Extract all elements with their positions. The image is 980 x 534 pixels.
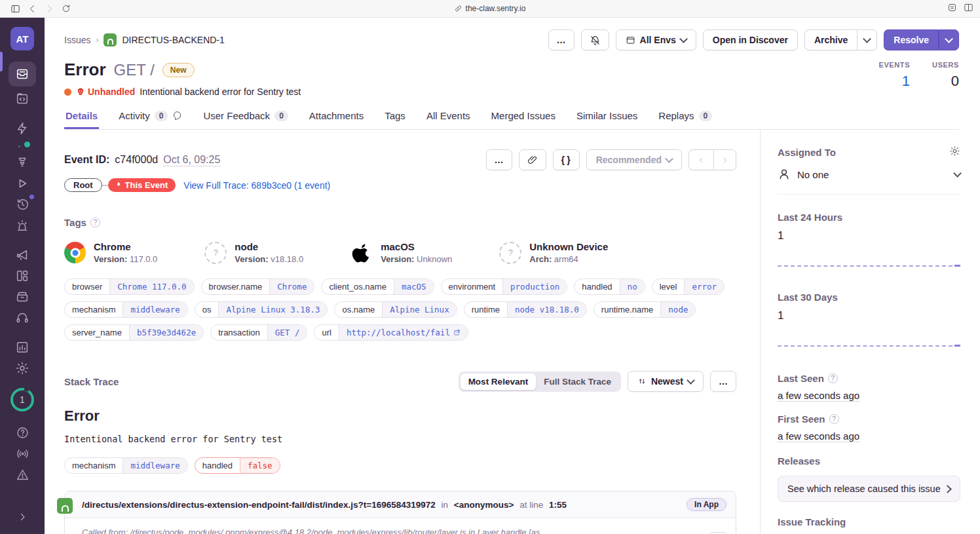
view-full-trace-link[interactable]: View Full Trace: 689b3ce0 (1 event) (183, 180, 330, 191)
expand-frames-button[interactable] (709, 532, 726, 534)
tab-similar-issues[interactable]: Similar Issues (575, 110, 639, 129)
tag-pill[interactable]: client_os.namemacOS (321, 278, 434, 295)
frame-function: <anonymous> (454, 500, 514, 510)
tab-activity[interactable]: Activity 0 (117, 110, 183, 129)
sidebar-item-settings[interactable] (9, 358, 35, 378)
last-30d-sparkline (778, 345, 960, 347)
mute-button[interactable] (581, 29, 609, 50)
browser-forward-icon[interactable] (41, 2, 58, 15)
tag-pill[interactable]: runtimenode v18.18.0 (464, 301, 587, 318)
stack-sort-dropdown[interactable]: Newest (628, 371, 704, 392)
resolve-button-group: Resolve (884, 29, 959, 50)
tag-pill[interactable]: runtime.namenode (594, 301, 696, 318)
assignee-dropdown[interactable]: No one (778, 168, 960, 195)
more-actions-button[interactable]: … (548, 29, 575, 50)
all-envs-dropdown[interactable]: All Envs (616, 29, 696, 50)
last-seen-value[interactable]: a few seconds ago (778, 390, 859, 402)
stack-frame-row[interactable]: /directus/extensions/directus-extension-… (65, 491, 736, 518)
onboarding-progress-ring[interactable]: 1 (10, 388, 34, 411)
event-date[interactable]: Oct 6, 09:25 (163, 154, 220, 166)
json-button[interactable]: { } (553, 149, 580, 170)
context-detail-value: 117.0.0 (130, 254, 157, 264)
sidebar-item-replays[interactable] (9, 174, 35, 193)
tag-pill[interactable]: handledno (574, 278, 645, 295)
tag-pill[interactable]: browserChrome 117.0.0 (64, 278, 195, 295)
sidebar-item-dashboards-blocks[interactable] (9, 266, 35, 286)
tag-pill[interactable]: server_nameb5f39e3d462e (64, 324, 204, 341)
stack-more-button[interactable]: … (710, 371, 736, 392)
org-avatar[interactable]: AT (10, 27, 34, 50)
recommended-dropdown[interactable]: Recommended (586, 149, 682, 170)
first-seen-help-icon[interactable]: ? (829, 414, 839, 424)
tab-replays[interactable]: Replays 0 (657, 110, 713, 129)
sidebar-item-projects[interactable] (9, 89, 35, 109)
sidebar-item-crons[interactable] (9, 308, 35, 328)
tag-pill-url[interactable]: urlhttp://localhost/fail (314, 324, 468, 341)
resolve-dropdown-button[interactable] (939, 29, 959, 50)
tag-pill[interactable]: os.nameAlpine Linux (334, 301, 457, 318)
release-cause-label: See which release caused this issue (787, 484, 941, 494)
archive-dropdown-button[interactable] (857, 29, 877, 50)
sidebar-item-performance[interactable] (9, 119, 35, 138)
sidebar-item-issues[interactable] (9, 62, 36, 86)
tab-details[interactable]: Details (64, 110, 99, 129)
sidebar-item-archive[interactable] (9, 287, 35, 307)
browser-split-view-icon[interactable] (964, 3, 973, 15)
context-browser[interactable]: Chrome Version: 117.0.0 (64, 241, 157, 264)
assignee-settings-button[interactable] (949, 145, 960, 159)
event-pagination (688, 149, 736, 170)
link-icon (455, 5, 462, 12)
context-os[interactable]: macOS Version: Unknown (350, 241, 452, 264)
browser-sidebar-icon[interactable] (7, 2, 24, 15)
full-stack-trace-option[interactable]: Full Stack Trace (536, 373, 619, 390)
help-icon (16, 426, 29, 440)
sidebar-item-sessions[interactable] (9, 195, 35, 214)
tab-tags[interactable]: Tags (383, 110, 407, 129)
handled-pill[interactable]: handledfalse (195, 457, 280, 474)
last-seen-help-icon[interactable]: ? (828, 373, 838, 383)
history-clock-icon (15, 197, 29, 212)
archive-button[interactable]: Archive (804, 29, 857, 50)
event-more-button[interactable]: … (486, 149, 512, 170)
trace-root-pill[interactable]: Root (64, 178, 102, 192)
context-device[interactable]: ? Unknown Device Arch: arm64 (499, 241, 608, 264)
tab-all-events[interactable]: All Events (425, 110, 472, 129)
browser-extensions-icon[interactable] (947, 3, 957, 15)
tag-pill[interactable]: osAlpine Linux 3.18.3 (195, 301, 328, 318)
context-runtime[interactable]: ? node Version: v18.18.0 (204, 241, 303, 264)
open-in-discover-button[interactable]: Open in Discover (703, 29, 798, 50)
tag-pill[interactable]: browser.nameChrome (201, 278, 315, 295)
events-count[interactable]: 1 (878, 73, 910, 90)
prev-event-button[interactable] (688, 149, 713, 170)
release-cause-button[interactable]: See which release caused this issue (778, 476, 960, 502)
sidebar-collapse-toggle[interactable] (9, 507, 35, 527)
context-name: Chrome (94, 241, 157, 252)
tab-attachments[interactable]: Attachments (308, 110, 365, 129)
sidebar-item-broadcasts[interactable] (9, 444, 35, 463)
sidebar-item-alerts[interactable] (9, 216, 35, 235)
next-event-button[interactable] (713, 149, 736, 170)
sidebar-item-service-status[interactable] (9, 465, 35, 484)
mechanism-pill[interactable]: mechanismmiddleware (64, 457, 188, 474)
browser-reload-icon[interactable] (58, 2, 75, 15)
exception-message: Intentional backend error for Sentry tes… (64, 434, 736, 444)
sidebar-item-releases[interactable] (9, 245, 35, 265)
browser-back-icon[interactable] (24, 2, 41, 15)
breadcrumb-issues-link[interactable]: Issues (64, 35, 90, 45)
tag-pill[interactable]: transactionGET / (210, 324, 307, 341)
tag-pill[interactable]: mechanismmiddleware (64, 301, 188, 318)
tab-user-feedback[interactable]: User Feedback 0 (202, 110, 289, 129)
sidebar-item-filter[interactable] (9, 153, 35, 172)
sidebar-item-dashboards[interactable] (9, 337, 35, 357)
this-event-pill[interactable]: This Event (108, 178, 176, 192)
tags-help-icon[interactable]: ? (90, 218, 100, 227)
tag-pill[interactable]: environmentproduction (441, 278, 568, 295)
tab-merged-issues[interactable]: Merged Issues (490, 110, 557, 129)
attachments-button[interactable] (519, 149, 546, 170)
browser-address[interactable]: the-claw.sentry.io (455, 4, 526, 13)
tag-pill[interactable]: levelerror (652, 278, 725, 295)
resolve-button[interactable]: Resolve (884, 29, 939, 50)
most-relevant-option[interactable]: Most Relevant (461, 373, 537, 390)
first-seen-value[interactable]: a few seconds ago (778, 430, 859, 442)
sidebar-item-help[interactable] (9, 423, 35, 442)
